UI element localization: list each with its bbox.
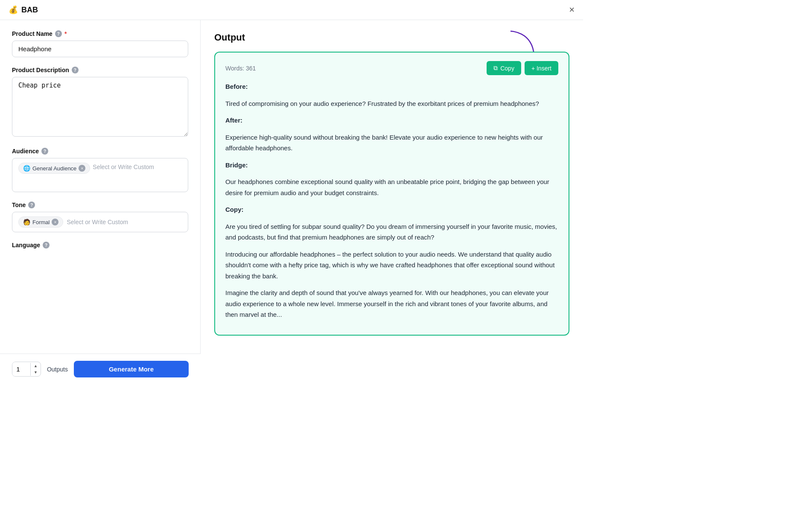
stepper-controls: ▲ ▼ [30, 363, 41, 376]
output-title: Output [214, 32, 569, 43]
audience-label-row: Audience ? [12, 148, 188, 155]
tone-chip-icon: 🧑 [23, 219, 30, 225]
tone-label-row: Tone ? [12, 202, 188, 208]
output-copy-body3: Imagine the clarity and depth of sound t… [225, 287, 558, 320]
audience-label: Audience [12, 148, 39, 155]
output-after-body: Experience high-quality sound without br… [225, 132, 558, 154]
tone-chip-formal: 🧑 Formal × [18, 216, 63, 228]
output-before-label: Before: [225, 81, 558, 92]
app-name: BAB [21, 6, 38, 15]
product-name-help-icon[interactable]: ? [55, 30, 62, 37]
words-count: Words: 361 [225, 65, 256, 72]
output-copy-label: Copy: [225, 204, 558, 215]
generate-more-button[interactable]: Generate More [74, 361, 189, 377]
product-name-group: Product Name ? * [12, 30, 188, 57]
audience-chip-general: 🌐 General Audience × [18, 163, 90, 174]
tone-placeholder: Select or Write Custom [67, 218, 128, 226]
required-star: * [64, 30, 67, 37]
audience-placeholder: Select or Write Custom [93, 163, 154, 174]
language-label: Language [12, 242, 40, 248]
main-layout: Product Name ? * Product Description ? C… [0, 20, 583, 380]
footer-row: ▲ ▼ Outputs Generate More [0, 354, 201, 380]
logo-icon: 💰 [9, 5, 18, 15]
output-bridge-label: Bridge: [225, 160, 558, 171]
close-button[interactable]: × [569, 5, 575, 15]
language-help-icon[interactable]: ? [43, 242, 50, 248]
stepper-up-button[interactable]: ▲ [31, 363, 41, 369]
audience-chip-label: General Audience [32, 165, 76, 172]
copy-icon: ⧉ [493, 64, 498, 72]
product-name-label-row: Product Name ? * [12, 30, 188, 37]
product-name-label: Product Name [12, 30, 53, 37]
output-copy-body2: Introducing our affordable headphones – … [225, 249, 558, 282]
product-desc-group: Product Description ? Cheap price [12, 67, 188, 138]
output-copy-body1: Are you tired of settling for subpar sou… [225, 221, 558, 243]
tone-input-area[interactable]: 🧑 Formal × Select or Write Custom [12, 212, 188, 232]
product-name-input[interactable] [12, 41, 188, 57]
audience-input-area[interactable]: 🌐 General Audience × Select or Write Cus… [12, 158, 188, 192]
audience-group: Audience ? 🌐 General Audience × Select o… [12, 148, 188, 192]
audience-chip-icon: 🌐 [23, 165, 30, 172]
output-after-label: After: [225, 115, 558, 126]
language-group: Language ? [12, 242, 188, 248]
audience-help-icon[interactable]: ? [41, 148, 48, 155]
output-bridge-body: Our headphones combine exceptional sound… [225, 176, 558, 198]
product-desc-label-row: Product Description ? [12, 67, 188, 73]
stepper-down-button[interactable]: ▼ [31, 369, 41, 376]
app-logo: 💰 BAB [9, 5, 38, 15]
output-text: Before: Tired of compromising on your au… [225, 81, 558, 320]
app-header: 💰 BAB × [0, 0, 583, 20]
outputs-number-input[interactable] [12, 362, 30, 376]
tone-chip-label: Formal [32, 219, 50, 225]
action-buttons: ⧉ Copy + Insert [487, 61, 558, 75]
tone-group: Tone ? 🧑 Formal × Select or Write Custom [12, 202, 188, 232]
product-desc-help-icon[interactable]: ? [72, 67, 79, 73]
output-card: Words: 361 ⧉ Copy + Insert Before: Tired… [214, 52, 569, 336]
output-before-body: Tired of compromising on your audio expe… [225, 98, 558, 109]
insert-button[interactable]: + Insert [525, 61, 558, 75]
insert-label: + Insert [531, 65, 551, 72]
tone-chip-remove[interactable]: × [52, 219, 58, 225]
tone-help-icon[interactable]: ? [28, 202, 35, 208]
outputs-stepper[interactable]: ▲ ▼ [12, 362, 41, 377]
right-panel: Output Words: 361 ⧉ Copy + Insert [201, 20, 583, 380]
audience-chip-remove[interactable]: × [79, 165, 85, 172]
copy-button[interactable]: ⧉ Copy [487, 61, 521, 75]
outputs-label: Outputs [47, 366, 68, 373]
product-desc-input[interactable]: Cheap price [12, 77, 188, 137]
product-desc-label: Product Description [12, 67, 69, 73]
left-panel: Product Name ? * Product Description ? C… [0, 20, 201, 380]
copy-label: Copy [500, 65, 514, 72]
tone-label: Tone [12, 202, 26, 208]
language-label-row: Language ? [12, 242, 188, 248]
output-card-header: Words: 361 ⧉ Copy + Insert [225, 61, 558, 75]
